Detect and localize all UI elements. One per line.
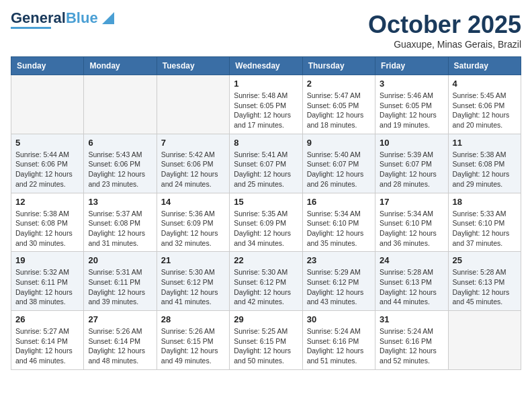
weekday-header-tuesday: Tuesday xyxy=(157,57,229,75)
weekday-header-saturday: Saturday xyxy=(448,57,521,75)
day-info: Sunrise: 5:46 AMSunset: 6:05 PMDaylight:… xyxy=(380,91,443,130)
calendar-cell: 9Sunrise: 5:40 AMSunset: 6:07 PMDaylight… xyxy=(302,134,375,193)
day-info: Sunrise: 5:42 AMSunset: 6:06 PMDaylight:… xyxy=(161,150,225,189)
month-title: October 2025 xyxy=(368,11,521,39)
day-number: 22 xyxy=(234,255,298,265)
calendar-cell: 6Sunrise: 5:43 AMSunset: 6:06 PMDaylight… xyxy=(84,134,157,193)
day-number: 23 xyxy=(307,255,371,265)
calendar-cell xyxy=(11,75,84,134)
calendar-cell: 8Sunrise: 5:41 AMSunset: 6:07 PMDaylight… xyxy=(230,134,302,193)
day-info: Sunrise: 5:41 AMSunset: 6:07 PMDaylight:… xyxy=(234,150,298,189)
day-number: 11 xyxy=(453,138,517,148)
logo-icon xyxy=(101,9,114,24)
day-number: 31 xyxy=(380,314,443,324)
calendar-week-row: 26Sunrise: 5:27 AMSunset: 6:14 PMDayligh… xyxy=(11,311,521,370)
calendar-cell: 20Sunrise: 5:31 AMSunset: 6:11 PMDayligh… xyxy=(84,252,157,311)
calendar-cell xyxy=(84,75,157,134)
day-number: 12 xyxy=(15,197,79,207)
day-number: 5 xyxy=(15,138,79,148)
day-number: 30 xyxy=(307,314,371,324)
page-header: GeneralBlue October 2025 Guaxupe, Minas … xyxy=(11,11,521,50)
location-subtitle: Guaxupe, Minas Gerais, Brazil xyxy=(368,39,521,50)
weekday-header-row: SundayMondayTuesdayWednesdayThursdayFrid… xyxy=(11,57,521,75)
calendar-cell: 3Sunrise: 5:46 AMSunset: 6:05 PMDaylight… xyxy=(375,75,448,134)
calendar-cell: 23Sunrise: 5:29 AMSunset: 6:12 PMDayligh… xyxy=(302,252,375,311)
calendar-cell: 18Sunrise: 5:33 AMSunset: 6:10 PMDayligh… xyxy=(448,193,521,252)
day-number: 16 xyxy=(307,197,371,207)
day-info: Sunrise: 5:43 AMSunset: 6:06 PMDaylight:… xyxy=(88,150,152,189)
day-info: Sunrise: 5:24 AMSunset: 6:16 PMDaylight:… xyxy=(307,326,371,366)
calendar-cell: 27Sunrise: 5:26 AMSunset: 6:14 PMDayligh… xyxy=(84,311,157,370)
day-number: 3 xyxy=(380,79,443,89)
calendar-cell: 21Sunrise: 5:30 AMSunset: 6:12 PMDayligh… xyxy=(157,252,229,311)
day-info: Sunrise: 5:24 AMSunset: 6:16 PMDaylight:… xyxy=(380,326,443,366)
day-info: Sunrise: 5:28 AMSunset: 6:13 PMDaylight:… xyxy=(380,267,443,307)
day-number: 19 xyxy=(15,255,79,265)
day-info: Sunrise: 5:44 AMSunset: 6:06 PMDaylight:… xyxy=(15,150,79,189)
logo-underline xyxy=(11,27,51,29)
day-info: Sunrise: 5:48 AMSunset: 6:05 PMDaylight:… xyxy=(234,91,298,130)
calendar-cell: 10Sunrise: 5:39 AMSunset: 6:07 PMDayligh… xyxy=(375,134,448,193)
day-number: 7 xyxy=(161,138,225,148)
calendar-week-row: 5Sunrise: 5:44 AMSunset: 6:06 PMDaylight… xyxy=(11,134,521,193)
day-number: 8 xyxy=(234,138,298,148)
calendar-cell: 1Sunrise: 5:48 AMSunset: 6:05 PMDaylight… xyxy=(230,75,302,134)
day-number: 24 xyxy=(380,255,443,265)
calendar-cell: 11Sunrise: 5:38 AMSunset: 6:08 PMDayligh… xyxy=(448,134,521,193)
day-number: 6 xyxy=(88,138,152,148)
calendar-cell: 14Sunrise: 5:36 AMSunset: 6:09 PMDayligh… xyxy=(157,193,229,252)
calendar-table: SundayMondayTuesdayWednesdayThursdayFrid… xyxy=(11,56,521,370)
day-number: 29 xyxy=(234,314,298,324)
day-info: Sunrise: 5:26 AMSunset: 6:14 PMDaylight:… xyxy=(88,326,152,366)
day-info: Sunrise: 5:31 AMSunset: 6:11 PMDaylight:… xyxy=(88,267,152,307)
calendar-week-row: 12Sunrise: 5:38 AMSunset: 6:08 PMDayligh… xyxy=(11,193,521,252)
calendar-cell: 22Sunrise: 5:30 AMSunset: 6:12 PMDayligh… xyxy=(230,252,302,311)
calendar-cell xyxy=(448,311,521,370)
day-info: Sunrise: 5:27 AMSunset: 6:14 PMDaylight:… xyxy=(15,326,79,366)
day-number: 26 xyxy=(15,314,79,324)
weekday-header-thursday: Thursday xyxy=(302,57,375,75)
day-number: 2 xyxy=(307,79,371,89)
title-block: October 2025 Guaxupe, Minas Gerais, Braz… xyxy=(368,11,521,50)
calendar-cell: 17Sunrise: 5:34 AMSunset: 6:10 PMDayligh… xyxy=(375,193,448,252)
day-number: 13 xyxy=(88,197,152,207)
day-info: Sunrise: 5:37 AMSunset: 6:08 PMDaylight:… xyxy=(88,209,152,248)
calendar-cell: 19Sunrise: 5:32 AMSunset: 6:11 PMDayligh… xyxy=(11,252,84,311)
day-info: Sunrise: 5:30 AMSunset: 6:12 PMDaylight:… xyxy=(234,267,298,307)
day-info: Sunrise: 5:34 AMSunset: 6:10 PMDaylight:… xyxy=(307,209,371,248)
calendar-cell: 5Sunrise: 5:44 AMSunset: 6:06 PMDaylight… xyxy=(11,134,84,193)
calendar-cell: 25Sunrise: 5:28 AMSunset: 6:13 PMDayligh… xyxy=(448,252,521,311)
calendar-cell: 15Sunrise: 5:35 AMSunset: 6:09 PMDayligh… xyxy=(230,193,302,252)
weekday-header-friday: Friday xyxy=(375,57,448,75)
calendar-week-row: 19Sunrise: 5:32 AMSunset: 6:11 PMDayligh… xyxy=(11,252,521,311)
day-number: 28 xyxy=(161,314,225,324)
day-info: Sunrise: 5:35 AMSunset: 6:09 PMDaylight:… xyxy=(234,209,298,248)
weekday-header-wednesday: Wednesday xyxy=(230,57,302,75)
calendar-cell: 29Sunrise: 5:25 AMSunset: 6:15 PMDayligh… xyxy=(230,311,302,370)
weekday-header-sunday: Sunday xyxy=(11,57,84,75)
day-info: Sunrise: 5:40 AMSunset: 6:07 PMDaylight:… xyxy=(307,150,371,189)
calendar-cell xyxy=(157,75,229,134)
calendar-cell: 2Sunrise: 5:47 AMSunset: 6:05 PMDaylight… xyxy=(302,75,375,134)
logo: GeneralBlue xyxy=(11,11,114,29)
calendar-cell: 16Sunrise: 5:34 AMSunset: 6:10 PMDayligh… xyxy=(302,193,375,252)
day-number: 14 xyxy=(161,197,225,207)
day-number: 25 xyxy=(453,255,517,265)
day-info: Sunrise: 5:33 AMSunset: 6:10 PMDaylight:… xyxy=(453,209,517,248)
day-info: Sunrise: 5:25 AMSunset: 6:15 PMDaylight:… xyxy=(234,326,298,366)
day-number: 20 xyxy=(88,255,152,265)
day-number: 10 xyxy=(380,138,443,148)
day-info: Sunrise: 5:39 AMSunset: 6:07 PMDaylight:… xyxy=(380,150,443,189)
day-info: Sunrise: 5:47 AMSunset: 6:05 PMDaylight:… xyxy=(307,91,371,130)
day-info: Sunrise: 5:29 AMSunset: 6:12 PMDaylight:… xyxy=(307,267,371,307)
calendar-cell: 31Sunrise: 5:24 AMSunset: 6:16 PMDayligh… xyxy=(375,311,448,370)
day-info: Sunrise: 5:34 AMSunset: 6:10 PMDaylight:… xyxy=(380,209,443,248)
calendar-cell: 26Sunrise: 5:27 AMSunset: 6:14 PMDayligh… xyxy=(11,311,84,370)
calendar-cell: 12Sunrise: 5:38 AMSunset: 6:08 PMDayligh… xyxy=(11,193,84,252)
day-number: 27 xyxy=(88,314,152,324)
calendar-cell: 7Sunrise: 5:42 AMSunset: 6:06 PMDaylight… xyxy=(157,134,229,193)
day-info: Sunrise: 5:38 AMSunset: 6:08 PMDaylight:… xyxy=(453,150,517,189)
calendar-week-row: 1Sunrise: 5:48 AMSunset: 6:05 PMDaylight… xyxy=(11,75,521,134)
day-info: Sunrise: 5:30 AMSunset: 6:12 PMDaylight:… xyxy=(161,267,225,307)
day-info: Sunrise: 5:32 AMSunset: 6:11 PMDaylight:… xyxy=(15,267,79,307)
